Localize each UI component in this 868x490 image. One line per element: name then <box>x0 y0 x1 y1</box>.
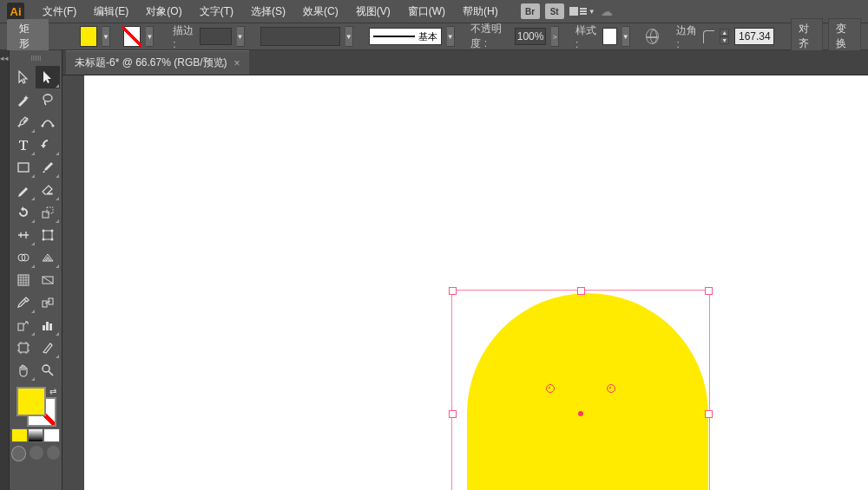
pen-tool[interactable] <box>11 111 36 134</box>
stroke-swatch[interactable] <box>123 26 141 47</box>
shaper-tool[interactable] <box>11 179 36 201</box>
direct-selection-tool[interactable] <box>36 66 60 88</box>
stock-icon[interactable]: St <box>545 3 564 19</box>
gradient-tool[interactable] <box>36 269 60 291</box>
line-tool[interactable] <box>36 134 60 156</box>
width-tool[interactable] <box>11 224 36 246</box>
draw-behind-icon[interactable] <box>30 446 43 460</box>
svg-point-7 <box>43 230 45 232</box>
mesh-tool[interactable] <box>11 269 36 291</box>
fill-swatch[interactable] <box>80 26 97 47</box>
draw-inside-icon[interactable] <box>47 446 60 460</box>
eyedropper-tool[interactable] <box>11 291 36 314</box>
stroke-weight-dropdown-icon[interactable]: ▼ <box>237 26 245 47</box>
svg-rect-21 <box>19 343 28 352</box>
svg-point-2 <box>52 125 55 127</box>
brush-dropdown-icon[interactable]: ▼ <box>447 26 455 47</box>
free-transform-tool[interactable] <box>36 224 60 246</box>
svg-point-22 <box>43 365 49 372</box>
menu-view[interactable]: 视图(V) <box>348 1 398 23</box>
swap-colors-icon[interactable]: ⇄ <box>49 387 56 396</box>
color-selector: ⇄ <box>11 387 60 427</box>
menu-select[interactable]: 选择(S) <box>243 1 293 23</box>
fill-color-swatch[interactable] <box>16 387 46 416</box>
curvature-tool[interactable] <box>36 111 60 134</box>
color-mode-none[interactable] <box>43 428 60 442</box>
svg-rect-17 <box>18 323 23 330</box>
symbol-sprayer-tool[interactable] <box>11 314 36 336</box>
svg-rect-5 <box>47 207 53 213</box>
style-dropdown-icon[interactable]: ▼ <box>622 26 630 47</box>
stroke-profile-dropdown-icon[interactable]: ▼ <box>345 26 353 47</box>
corner-radius-input[interactable]: 167.34 <box>734 28 774 45</box>
type-tool[interactable] <box>11 134 36 156</box>
canvas[interactable] <box>62 75 868 490</box>
svg-rect-15 <box>43 301 47 307</box>
workspace: ◂◂ <box>0 50 868 490</box>
corner-type-icon[interactable] <box>703 30 713 43</box>
close-tab-icon[interactable]: × <box>234 57 240 69</box>
document-tab[interactable]: 未标题-6* @ 66.67% (RGB/预览) × <box>66 50 249 75</box>
lasso-tool[interactable] <box>36 88 60 111</box>
eraser-tool[interactable] <box>36 179 60 201</box>
style-swatch[interactable] <box>602 28 617 45</box>
color-mode-row <box>11 428 60 442</box>
stroke-weight-input[interactable] <box>200 28 231 45</box>
menu-edit[interactable]: 编辑(E) <box>86 1 136 23</box>
blend-tool[interactable] <box>36 291 60 314</box>
svg-rect-19 <box>46 322 49 330</box>
rotate-tool[interactable] <box>11 201 36 224</box>
rectangle-tool[interactable] <box>11 156 36 179</box>
magic-wand-tool[interactable] <box>11 88 36 111</box>
fill-dropdown-icon[interactable]: ▼ <box>102 26 110 47</box>
menu-effect[interactable]: 效果(C) <box>295 1 346 23</box>
color-mode-gradient[interactable] <box>28 428 44 442</box>
screen-mode-row <box>11 446 60 461</box>
perspective-grid-tool[interactable] <box>36 246 60 269</box>
sync-icon[interactable]: ☁ <box>601 4 613 18</box>
arrange-documents-icon[interactable]: ▼ <box>569 7 595 16</box>
bridge-icon[interactable]: Br <box>521 3 540 19</box>
svg-point-9 <box>43 238 45 241</box>
color-mode-solid[interactable] <box>11 428 28 442</box>
shape-type-label: 矩形 <box>7 19 49 54</box>
panel-collapse-icon[interactable]: ◂◂ <box>0 50 10 490</box>
draw-mode-icon[interactable] <box>11 446 26 461</box>
svg-rect-20 <box>49 323 52 330</box>
svg-point-8 <box>51 230 54 232</box>
shape-builder-tool[interactable] <box>11 246 36 269</box>
artboard-tool[interactable] <box>11 336 36 359</box>
column-graph-tool[interactable] <box>36 314 60 336</box>
transform-button[interactable]: 变换 <box>828 18 861 55</box>
toolbox-grip-icon[interactable] <box>11 54 60 62</box>
svg-point-10 <box>51 238 54 241</box>
document-area: 未标题-6* @ 66.67% (RGB/预览) × <box>62 50 868 490</box>
align-button[interactable]: 对齐 <box>791 18 824 55</box>
svg-rect-18 <box>43 325 45 330</box>
toolbox: ⇄ <box>10 50 62 490</box>
menu-object[interactable]: 对象(O) <box>138 1 189 23</box>
menu-help[interactable]: 帮助(H) <box>455 1 506 23</box>
svg-point-1 <box>42 125 44 127</box>
selection-tool[interactable] <box>11 66 36 88</box>
corner-stepper[interactable]: ▲▼ <box>720 29 729 44</box>
stroke-dropdown-icon[interactable]: ▼ <box>146 26 154 47</box>
stroke-width-profile[interactable] <box>260 27 340 46</box>
stroke-label: 描边 : <box>173 23 194 50</box>
hand-tool[interactable] <box>11 359 36 382</box>
zoom-tool[interactable] <box>36 359 60 382</box>
menu-type[interactable]: 文字(T) <box>192 1 241 23</box>
svg-rect-3 <box>18 163 29 172</box>
menu-window[interactable]: 窗口(W) <box>400 1 453 23</box>
brush-definition[interactable]: 基本 <box>369 28 441 45</box>
menu-bar: Ai 文件(F) 编辑(E) 对象(O) 文字(T) 选择(S) 效果(C) 视… <box>0 0 868 23</box>
opacity-input[interactable]: 100% <box>515 28 546 45</box>
corner-label: 边角 : <box>676 23 698 50</box>
opacity-dropdown-icon[interactable]: > <box>551 26 559 47</box>
paintbrush-tool[interactable] <box>36 156 60 179</box>
slice-tool[interactable] <box>36 336 60 359</box>
opacity-label: 不透明度 : <box>470 22 510 51</box>
tab-bar: 未标题-6* @ 66.67% (RGB/预览) × <box>62 50 868 75</box>
recolor-icon[interactable] <box>646 29 659 44</box>
scale-tool[interactable] <box>36 201 60 224</box>
